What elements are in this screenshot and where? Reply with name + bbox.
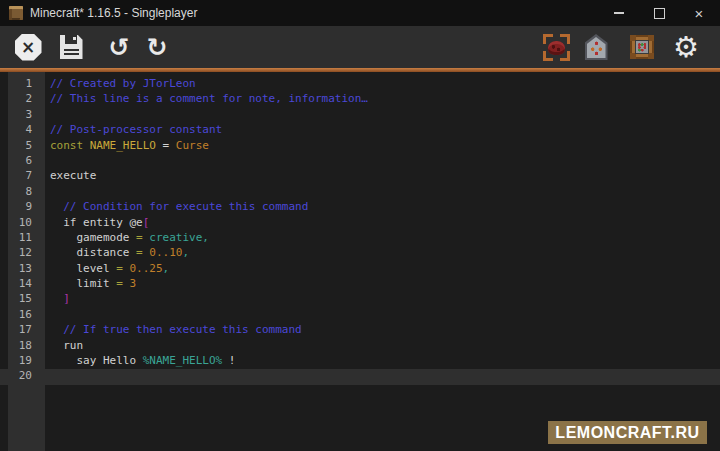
line-number: 2 xyxy=(8,91,45,106)
frame-plate xyxy=(635,40,649,54)
floppy-line xyxy=(64,49,79,51)
code-line[interactable] xyxy=(50,368,720,383)
code-line[interactable]: distance = 0..10, xyxy=(50,245,720,260)
code-line[interactable]: // Created by JTorLeon xyxy=(50,76,720,91)
code-line[interactable] xyxy=(50,307,720,322)
code-line[interactable]: // If true then execute this command xyxy=(50,322,720,337)
gutter[interactable]: 1234567891011121314151617181920 xyxy=(8,72,45,451)
code-token: run xyxy=(50,339,83,352)
command-frame-icon xyxy=(630,35,654,59)
code-line[interactable]: if entity @e[ xyxy=(50,215,720,230)
code-token: NAME_HELLO xyxy=(90,139,156,152)
line-number: 17 xyxy=(8,322,45,337)
shield-icon xyxy=(585,34,608,60)
code-token: 3 xyxy=(129,277,136,290)
code-line[interactable] xyxy=(50,153,720,168)
octagon-x-icon: × xyxy=(15,34,42,61)
line-number: 7 xyxy=(8,168,45,183)
code-token: = xyxy=(156,139,176,152)
line-number: 13 xyxy=(8,261,45,276)
settings-button[interactable]: ⚙ xyxy=(671,26,701,68)
code-token: = xyxy=(136,231,143,244)
minimize-button[interactable] xyxy=(598,0,640,26)
line-number: 12 xyxy=(8,245,45,260)
line-number: 11 xyxy=(8,230,45,245)
minimize-icon xyxy=(614,12,624,14)
close-button[interactable]: × xyxy=(678,0,720,26)
line-number: 3 xyxy=(8,107,45,122)
watermark-text: LEMONCRAFT.RU xyxy=(555,424,699,442)
line-number: 19 xyxy=(8,353,45,368)
code-token: 0..25 xyxy=(129,262,162,275)
undo-button[interactable]: ↺ xyxy=(105,26,133,68)
code-line[interactable]: gamemode = creative, xyxy=(50,230,720,245)
undo-icon: ↺ xyxy=(109,35,130,60)
window-title: Minecraft* 1.16.5 - Singleplayer xyxy=(30,0,197,26)
code-token: = xyxy=(116,262,123,275)
code-token: gamemode xyxy=(50,231,136,244)
code-line[interactable]: // Condition for execute this command xyxy=(50,199,720,214)
code-token xyxy=(50,292,63,305)
redstone-select-button[interactable] xyxy=(542,26,570,68)
code-token: // Post-processor constant xyxy=(50,123,222,136)
line-number: 8 xyxy=(8,184,45,199)
code-token: say Hello xyxy=(50,354,143,367)
code-token: ] xyxy=(63,292,70,305)
code-token: Curse xyxy=(176,139,209,152)
redo-button[interactable]: ↻ xyxy=(143,26,171,68)
code-line[interactable]: const NAME_HELLO = Curse xyxy=(50,138,720,153)
gear-icon: ⚙ xyxy=(673,33,699,62)
line-number: 6 xyxy=(8,153,45,168)
watermark-badge: LEMONCRAFT.RU xyxy=(548,421,707,444)
line-number: 20 xyxy=(8,368,45,383)
structure-button[interactable] xyxy=(584,26,608,68)
code-token xyxy=(83,139,90,152)
save-icon xyxy=(60,35,83,59)
code-line[interactable]: level = 0..25, xyxy=(50,261,720,276)
code-token: limit xyxy=(50,277,116,290)
editor-area[interactable]: 1234567891011121314151617181920 // Creat… xyxy=(0,72,720,451)
save-button[interactable] xyxy=(58,26,84,68)
maximize-button[interactable] xyxy=(638,0,680,26)
code-token: execute xyxy=(50,169,96,182)
code-line[interactable] xyxy=(50,184,720,199)
maximize-icon xyxy=(654,8,665,19)
code-token: [ xyxy=(143,216,150,229)
code-token: , xyxy=(182,246,189,259)
line-number: 10 xyxy=(8,215,45,230)
code-line[interactable]: // This line is a comment for note, info… xyxy=(50,91,720,106)
minecraft-app-icon xyxy=(9,6,23,20)
code-token: %NAME_HELLO% xyxy=(143,354,222,367)
code-token: // Created by JTorLeon xyxy=(50,77,196,90)
line-number: 18 xyxy=(8,338,45,353)
code-line[interactable]: ] xyxy=(50,291,720,306)
line-number: 16 xyxy=(8,307,45,322)
code-line[interactable]: // Post-processor constant xyxy=(50,122,720,137)
code-token: , xyxy=(163,262,170,275)
line-number: 1 xyxy=(8,76,45,91)
code-line[interactable]: limit = 3 xyxy=(50,276,720,291)
code-token: 0..10 xyxy=(149,246,182,259)
redstone-dust-icon xyxy=(543,34,570,61)
floppy-line xyxy=(64,53,79,55)
code-token: creative, xyxy=(149,231,209,244)
command-frame-button[interactable] xyxy=(629,26,654,68)
line-number: 9 xyxy=(8,199,45,214)
code-token: distance xyxy=(50,246,136,259)
cancel-button[interactable]: × xyxy=(14,26,42,68)
code-token: if entity @e xyxy=(50,216,143,229)
line-number: 5 xyxy=(8,138,45,153)
code-token: level xyxy=(50,262,116,275)
redstone-pile xyxy=(548,41,565,55)
code-token: = xyxy=(116,277,123,290)
line-number: 4 xyxy=(8,122,45,137)
code-token: = xyxy=(136,246,143,259)
code-line[interactable]: say Hello %NAME_HELLO% ! xyxy=(50,353,720,368)
code-line[interactable]: run xyxy=(50,338,720,353)
code-lines[interactable]: // Created by JTorLeon// This line is a … xyxy=(50,72,720,384)
code-token: ! xyxy=(222,354,235,367)
code-line[interactable] xyxy=(50,107,720,122)
code-line[interactable]: execute xyxy=(50,168,720,183)
line-number: 14 xyxy=(8,276,45,291)
floppy-dot xyxy=(73,37,76,40)
